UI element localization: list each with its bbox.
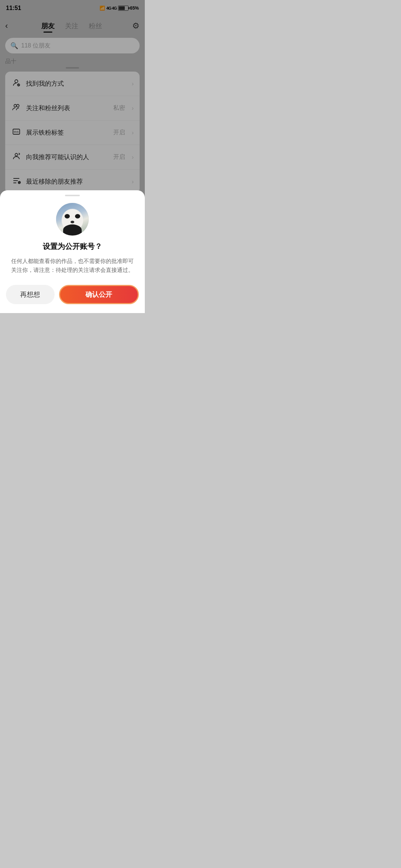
panda-eye-left [65, 214, 70, 218]
sheet-description: 任何人都能查看你的作品，也不需要你的批准即可关注你，请注意：待处理的关注请求会直… [0, 257, 145, 274]
avatar [56, 203, 89, 236]
sheet-title: 设置为公开账号？ [0, 241, 145, 251]
panda-nose [71, 221, 74, 223]
panda-eye-right [75, 214, 80, 218]
panda-face [56, 203, 89, 236]
confirm-public-button[interactable]: 确认公开 [59, 285, 139, 304]
sheet-buttons: 再想想 确认公开 [0, 285, 145, 304]
cancel-button[interactable]: 再想想 [6, 285, 55, 304]
figure-body [63, 224, 82, 236]
handle-bar [65, 195, 80, 196]
bottom-sheet: 设置为公开账号？ 任何人都能查看你的作品，也不需要你的批准即可关注你，请注意：待… [0, 190, 145, 313]
sheet-handle [0, 190, 145, 198]
sheet-avatar-wrap [0, 203, 145, 236]
